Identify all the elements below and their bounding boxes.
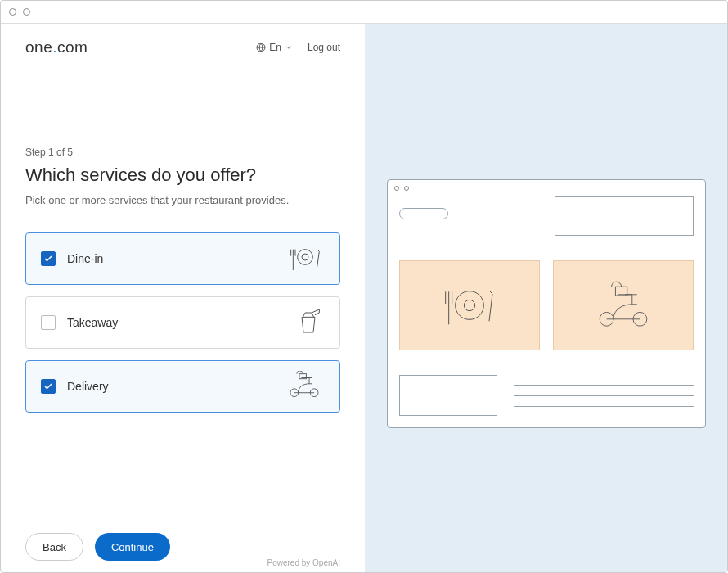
preview-chrome [388,180,705,196]
preview-lines [514,385,694,407]
brand-part1: one [25,38,52,56]
preview-card-dinein [399,260,540,350]
app-window: one.com En Log out Step 1 of 5 Which ser… [0,0,728,573]
preview-line [514,385,694,386]
chevron-down-icon [285,43,293,52]
preview-frame [387,179,706,428]
svg-point-1 [298,250,313,265]
check-icon [43,254,53,264]
window-dot [9,8,16,16]
options-list: Dine-in [25,232,340,413]
delivery-icon [284,371,325,402]
language-label: En [269,42,281,53]
check-icon [43,381,53,391]
continue-button[interactable]: Continue [95,533,170,561]
checkbox-dinein[interactable] [41,251,56,266]
preview-bottom [399,375,694,416]
step-indicator: Step 1 of 5 [25,147,340,158]
option-label: Takeaway [67,316,118,329]
option-takeaway[interactable]: Takeaway [25,296,340,349]
option-left: Dine-in [41,251,103,266]
footer-actions: Back Continue [25,517,340,561]
option-dinein[interactable]: Dine-in [25,232,340,285]
svg-point-7 [464,300,474,310]
option-delivery[interactable]: Delivery [25,360,340,413]
brand-logo: one.com [25,38,88,56]
preview-pill [399,208,448,219]
header: one.com En Log out [25,38,340,56]
page-subtitle: Pick one or more services that your rest… [25,194,340,206]
option-label: Delivery [67,380,109,393]
powered-by: Powered by OpenAI [267,558,341,567]
checkbox-takeaway[interactable] [41,315,56,330]
page-title: Which services do you offer? [25,165,340,186]
preview-line [514,395,694,396]
globe-icon [256,43,266,52]
window-chrome [1,1,727,24]
preview-block [555,196,694,236]
preview-dot [394,186,399,191]
brand-part2: com [57,38,88,56]
preview-dot [404,186,409,191]
checkbox-delivery[interactable] [41,379,56,394]
preview-square [399,375,497,416]
header-actions: En Log out [256,42,340,53]
svg-point-2 [302,254,308,260]
preview-topbar [399,208,694,236]
svg-point-6 [455,291,483,320]
dinein-icon [285,244,325,273]
app-body: one.com En Log out Step 1 of 5 Which ser… [1,24,727,572]
option-label: Dine-in [67,252,103,265]
logout-link[interactable]: Log out [308,42,340,53]
takeaway-icon [292,306,325,339]
preview-line [514,406,694,407]
window-dot [23,8,30,16]
preview-card-delivery [553,260,694,350]
left-panel: one.com En Log out Step 1 of 5 Which ser… [1,24,365,572]
option-left: Delivery [41,379,109,394]
back-button[interactable]: Back [25,533,83,561]
preview-body [388,196,705,427]
right-panel [365,24,727,572]
language-switcher[interactable]: En [256,42,293,53]
preview-cards [399,260,694,350]
option-left: Takeaway [41,315,118,330]
